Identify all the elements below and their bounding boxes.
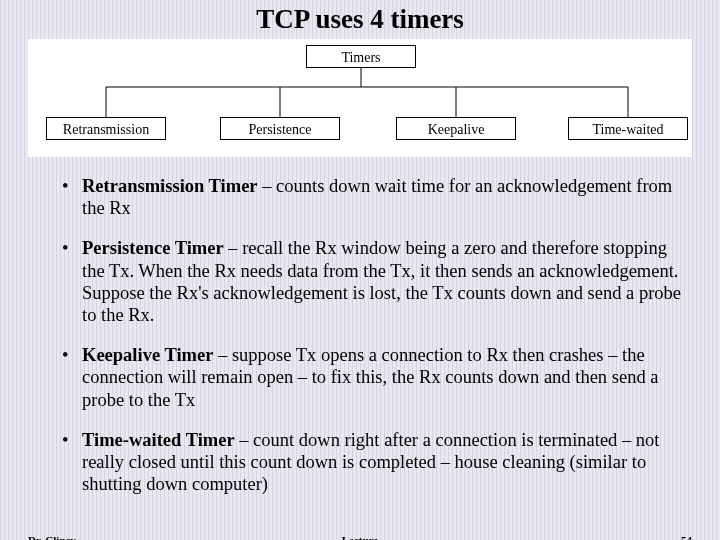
diagram-child-retransmission: Retransmission — [46, 117, 166, 140]
slide: TCP uses 4 timers Timers Retransmission … — [0, 0, 720, 540]
diagram-child-keepalive: Keepalive — [396, 117, 516, 140]
bullet-list: Retransmission Timer – counts down wait … — [28, 175, 692, 495]
bullet-term: Time-waited Timer — [82, 430, 235, 450]
diagram-root: Timers — [306, 45, 416, 68]
diagram-child-time-waited: Time-waited — [568, 117, 688, 140]
bullet-term: Persistence Timer — [82, 238, 224, 258]
bullet-term: Keepalive Timer — [82, 345, 213, 365]
footer-lecture: Lecture — [28, 534, 692, 540]
diagram-child-persistence: Persistence — [220, 117, 340, 140]
timers-diagram: Timers Retransmission Persistence Keepal… — [28, 39, 692, 157]
bullet-persistence: Persistence Timer – recall the Rx window… — [28, 237, 692, 326]
bullet-term: Retransmission Timer — [82, 176, 258, 196]
footer-slide-number: 54 — [681, 534, 692, 540]
page-title: TCP uses 4 timers — [28, 4, 692, 35]
bullet-retransmission: Retransmission Timer – counts down wait … — [28, 175, 692, 219]
bullet-time-waited: Time-waited Timer – count down right aft… — [28, 429, 692, 496]
bullet-keepalive: Keepalive Timer – suppose Tx opens a con… — [28, 344, 692, 411]
